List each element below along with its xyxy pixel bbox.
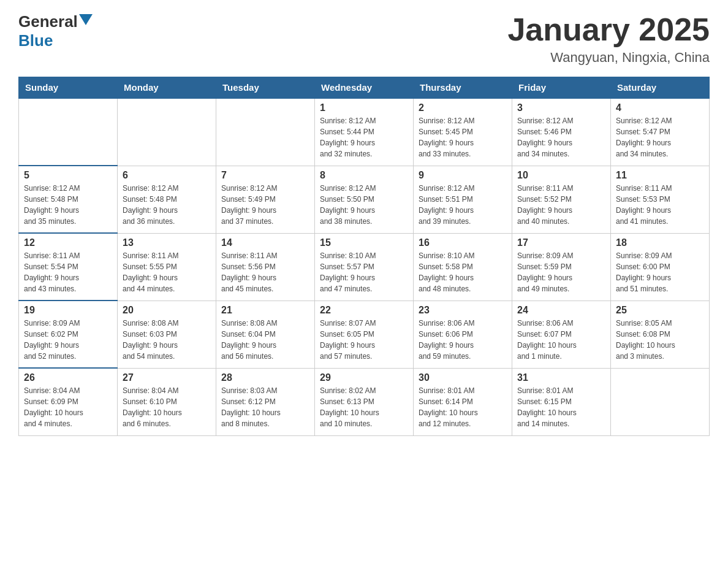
calendar-cell-2-1: 13Sunrise: 8:11 AM Sunset: 5:55 PM Dayli…: [118, 233, 216, 301]
calendar-cell-4-1: 27Sunrise: 8:04 AM Sunset: 6:10 PM Dayli…: [118, 368, 216, 435]
title-section: January 2025 Wangyuan, Ningxia, China: [507, 12, 710, 66]
calendar-cell-3-4: 23Sunrise: 8:06 AM Sunset: 6:06 PM Dayli…: [414, 301, 512, 368]
calendar-cell-1-4: 9Sunrise: 8:12 AM Sunset: 5:51 PM Daylig…: [414, 166, 512, 233]
day-info: Sunrise: 8:12 AM Sunset: 5:51 PM Dayligh…: [419, 183, 507, 227]
day-info: Sunrise: 8:11 AM Sunset: 5:53 PM Dayligh…: [616, 183, 704, 227]
calendar-cell-1-5: 10Sunrise: 8:11 AM Sunset: 5:52 PM Dayli…: [512, 166, 611, 233]
day-info: Sunrise: 8:06 AM Sunset: 6:06 PM Dayligh…: [419, 318, 507, 362]
day-info: Sunrise: 8:12 AM Sunset: 5:45 PM Dayligh…: [419, 115, 507, 159]
calendar-cell-0-0: [19, 98, 118, 166]
day-number: 15: [320, 237, 408, 248]
col-monday: Monday: [118, 77, 216, 99]
day-info: Sunrise: 8:12 AM Sunset: 5:50 PM Dayligh…: [320, 183, 408, 227]
calendar-cell-3-5: 24Sunrise: 8:06 AM Sunset: 6:07 PM Dayli…: [512, 301, 611, 368]
calendar-cell-4-3: 29Sunrise: 8:02 AM Sunset: 6:13 PM Dayli…: [315, 368, 414, 435]
day-number: 24: [517, 305, 605, 316]
day-number: 22: [320, 305, 408, 316]
calendar-week-1: 1Sunrise: 8:12 AM Sunset: 5:44 PM Daylig…: [19, 98, 710, 166]
day-number: 10: [517, 170, 605, 181]
page-header: General Blue January 2025 Wangyuan, Ning…: [18, 12, 710, 66]
calendar-cell-4-0: 26Sunrise: 8:04 AM Sunset: 6:09 PM Dayli…: [19, 368, 118, 435]
calendar-cell-0-5: 3Sunrise: 8:12 AM Sunset: 5:46 PM Daylig…: [512, 98, 611, 166]
day-number: 20: [123, 305, 211, 316]
day-number: 8: [320, 170, 408, 181]
calendar-header-row: Sunday Monday Tuesday Wednesday Thursday…: [19, 77, 710, 99]
logo-general-text: General: [18, 12, 78, 31]
day-info: Sunrise: 8:11 AM Sunset: 5:55 PM Dayligh…: [123, 250, 211, 294]
logo-blue-text: Blue: [18, 31, 53, 50]
calendar-cell-2-6: 18Sunrise: 8:09 AM Sunset: 6:00 PM Dayli…: [611, 233, 710, 301]
day-number: 21: [221, 305, 309, 316]
calendar-cell-4-5: 31Sunrise: 8:01 AM Sunset: 6:15 PM Dayli…: [512, 368, 611, 435]
col-friday: Friday: [512, 77, 611, 99]
calendar-cell-3-6: 25Sunrise: 8:05 AM Sunset: 6:08 PM Dayli…: [611, 301, 710, 368]
col-sunday: Sunday: [19, 77, 118, 99]
day-number: 9: [419, 170, 507, 181]
day-number: 7: [221, 170, 309, 181]
calendar-cell-4-4: 30Sunrise: 8:01 AM Sunset: 6:14 PM Dayli…: [414, 368, 512, 435]
logo: General Blue: [18, 12, 93, 50]
day-number: 12: [24, 237, 112, 248]
calendar-week-4: 19Sunrise: 8:09 AM Sunset: 6:02 PM Dayli…: [19, 301, 710, 368]
day-number: 6: [123, 170, 211, 181]
day-number: 31: [517, 372, 605, 383]
day-info: Sunrise: 8:08 AM Sunset: 6:03 PM Dayligh…: [123, 318, 211, 362]
calendar-cell-4-2: 28Sunrise: 8:03 AM Sunset: 6:12 PM Dayli…: [216, 368, 315, 435]
calendar-cell-2-4: 16Sunrise: 8:10 AM Sunset: 5:58 PM Dayli…: [414, 233, 512, 301]
col-saturday: Saturday: [611, 77, 710, 99]
day-number: 26: [24, 372, 112, 383]
day-info: Sunrise: 8:12 AM Sunset: 5:47 PM Dayligh…: [616, 115, 704, 159]
day-number: 28: [221, 372, 309, 383]
day-number: 18: [616, 237, 704, 248]
calendar-cell-2-0: 12Sunrise: 8:11 AM Sunset: 5:54 PM Dayli…: [19, 233, 118, 301]
day-info: Sunrise: 8:05 AM Sunset: 6:08 PM Dayligh…: [616, 318, 704, 362]
day-info: Sunrise: 8:12 AM Sunset: 5:48 PM Dayligh…: [123, 183, 211, 227]
col-thursday: Thursday: [414, 77, 512, 99]
col-tuesday: Tuesday: [216, 77, 315, 99]
day-number: 30: [419, 372, 507, 383]
calendar-cell-0-3: 1Sunrise: 8:12 AM Sunset: 5:44 PM Daylig…: [315, 98, 414, 166]
calendar-cell-3-0: 19Sunrise: 8:09 AM Sunset: 6:02 PM Dayli…: [19, 301, 118, 368]
day-number: 27: [123, 372, 211, 383]
day-number: 13: [123, 237, 211, 248]
day-info: Sunrise: 8:01 AM Sunset: 6:14 PM Dayligh…: [419, 385, 507, 429]
col-wednesday: Wednesday: [315, 77, 414, 99]
day-number: 3: [517, 102, 605, 113]
day-info: Sunrise: 8:09 AM Sunset: 5:59 PM Dayligh…: [517, 250, 605, 294]
day-info: Sunrise: 8:06 AM Sunset: 6:07 PM Dayligh…: [517, 318, 605, 362]
calendar-cell-0-2: [216, 98, 315, 166]
day-info: Sunrise: 8:04 AM Sunset: 6:10 PM Dayligh…: [123, 385, 211, 429]
day-info: Sunrise: 8:03 AM Sunset: 6:12 PM Dayligh…: [221, 385, 309, 429]
day-info: Sunrise: 8:12 AM Sunset: 5:48 PM Dayligh…: [24, 183, 112, 227]
day-info: Sunrise: 8:07 AM Sunset: 6:05 PM Dayligh…: [320, 318, 408, 362]
calendar-week-2: 5Sunrise: 8:12 AM Sunset: 5:48 PM Daylig…: [19, 166, 710, 233]
day-number: 23: [419, 305, 507, 316]
calendar-subtitle: Wangyuan, Ningxia, China: [507, 50, 710, 66]
calendar-cell-3-1: 20Sunrise: 8:08 AM Sunset: 6:03 PM Dayli…: [118, 301, 216, 368]
day-info: Sunrise: 8:12 AM Sunset: 5:49 PM Dayligh…: [221, 183, 309, 227]
day-number: 4: [616, 102, 704, 113]
calendar-cell-3-3: 22Sunrise: 8:07 AM Sunset: 6:05 PM Dayli…: [315, 301, 414, 368]
day-info: Sunrise: 8:12 AM Sunset: 5:44 PM Dayligh…: [320, 115, 408, 159]
calendar-cell-1-2: 7Sunrise: 8:12 AM Sunset: 5:49 PM Daylig…: [216, 166, 315, 233]
day-number: 14: [221, 237, 309, 248]
calendar-cell-1-1: 6Sunrise: 8:12 AM Sunset: 5:48 PM Daylig…: [118, 166, 216, 233]
calendar-cell-0-1: [118, 98, 216, 166]
calendar-cell-2-2: 14Sunrise: 8:11 AM Sunset: 5:56 PM Dayli…: [216, 233, 315, 301]
day-info: Sunrise: 8:11 AM Sunset: 5:52 PM Dayligh…: [517, 183, 605, 227]
day-info: Sunrise: 8:11 AM Sunset: 5:54 PM Dayligh…: [24, 250, 112, 294]
calendar-cell-1-3: 8Sunrise: 8:12 AM Sunset: 5:50 PM Daylig…: [315, 166, 414, 233]
day-number: 17: [517, 237, 605, 248]
day-number: 2: [419, 102, 507, 113]
calendar-cell-2-3: 15Sunrise: 8:10 AM Sunset: 5:57 PM Dayli…: [315, 233, 414, 301]
day-info: Sunrise: 8:10 AM Sunset: 5:58 PM Dayligh…: [419, 250, 507, 294]
calendar-cell-0-4: 2Sunrise: 8:12 AM Sunset: 5:45 PM Daylig…: [414, 98, 512, 166]
day-info: Sunrise: 8:09 AM Sunset: 6:02 PM Dayligh…: [24, 318, 112, 362]
calendar-cell-3-2: 21Sunrise: 8:08 AM Sunset: 6:04 PM Dayli…: [216, 301, 315, 368]
day-info: Sunrise: 8:11 AM Sunset: 5:56 PM Dayligh…: [221, 250, 309, 294]
day-number: 19: [24, 305, 112, 316]
day-info: Sunrise: 8:04 AM Sunset: 6:09 PM Dayligh…: [24, 385, 112, 429]
calendar-week-3: 12Sunrise: 8:11 AM Sunset: 5:54 PM Dayli…: [19, 233, 710, 301]
svg-marker-0: [79, 14, 93, 25]
day-number: 11: [616, 170, 704, 181]
